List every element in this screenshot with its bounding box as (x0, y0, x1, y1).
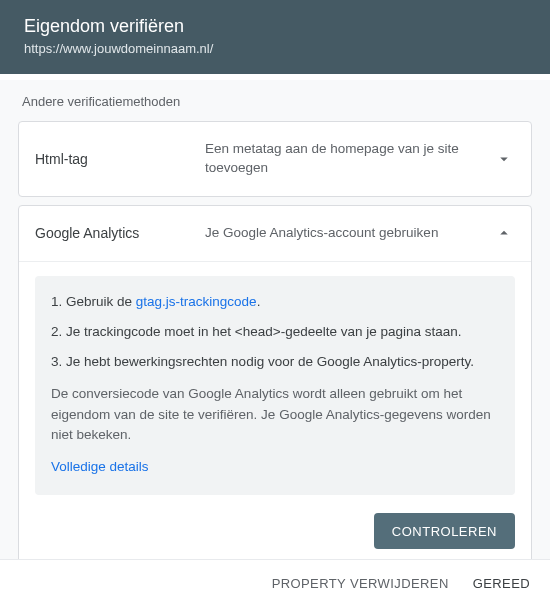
dialog-title: Eigendom verifiëren (24, 16, 526, 37)
method-card-google-analytics: Google Analytics Je Google Analytics-acc… (18, 205, 532, 559)
method-card-html-tag: Html-tag Een metatag aan de homepage van… (18, 121, 532, 197)
method-content-google-analytics: Gebruik de gtag.js-trackingcode. Je trac… (19, 261, 531, 559)
dialog-footer: PROPERTY VERWIJDEREN GEREED (0, 559, 550, 607)
done-button[interactable]: GEREED (473, 576, 530, 591)
chevron-up-icon (493, 224, 515, 242)
remove-property-button[interactable]: PROPERTY VERWIJDEREN (272, 576, 449, 591)
method-desc: Je Google Analytics-account gebruiken (205, 224, 493, 243)
instruction-step-3: Je hebt bewerkingsrechten nodig voor de … (51, 352, 499, 372)
instructions-list: Gebruik de gtag.js-trackingcode. Je trac… (51, 292, 499, 373)
method-header-google-analytics[interactable]: Google Analytics Je Google Analytics-acc… (19, 206, 531, 261)
dialog-header: Eigendom verifiëren https://www.jouwdome… (0, 0, 550, 74)
method-title: Html-tag (35, 151, 205, 167)
instruction-step-2: Je trackingcode moet in het <head>-gedee… (51, 322, 499, 342)
dialog-subtitle: https://www.jouwdomeinnaam.nl/ (24, 41, 526, 56)
verify-button[interactable]: CONTROLEREN (374, 513, 515, 549)
method-header-html-tag[interactable]: Html-tag Een metatag aan de homepage van… (19, 122, 531, 196)
chevron-down-icon (493, 150, 515, 168)
action-row: CONTROLEREN (35, 513, 515, 549)
section-label-other-methods: Andere verificatiemethoden (18, 80, 532, 121)
method-title: Google Analytics (35, 225, 205, 241)
instructions-box: Gebruik de gtag.js-trackingcode. Je trac… (35, 276, 515, 496)
dialog-body[interactable]: Andere verificatiemethoden Html-tag Een … (0, 80, 550, 559)
full-details-link[interactable]: Volledige details (51, 457, 149, 477)
instruction-step-1: Gebruik de gtag.js-trackingcode. (51, 292, 499, 312)
method-desc: Een metatag aan de homepage van je site … (205, 140, 493, 178)
gtag-link[interactable]: gtag.js-trackingcode (136, 294, 257, 309)
instructions-note: De conversiecode van Google Analytics wo… (51, 384, 499, 445)
